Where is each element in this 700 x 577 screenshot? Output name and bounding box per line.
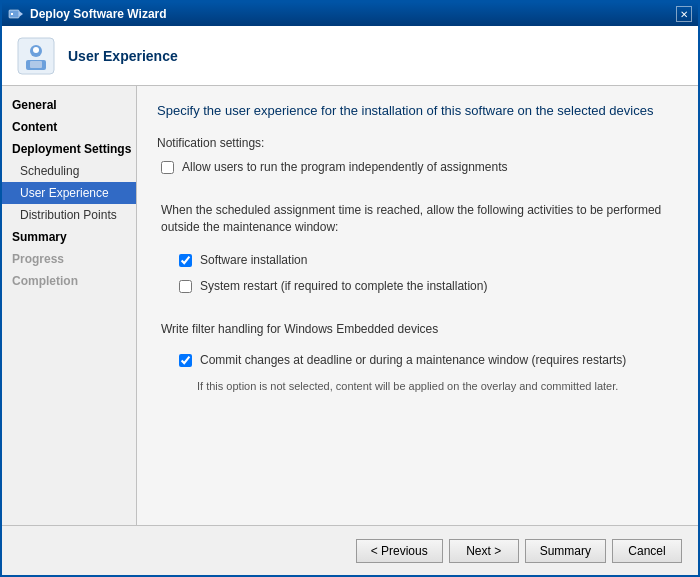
svg-rect-7 xyxy=(30,61,42,68)
checkbox3-input[interactable] xyxy=(179,280,192,293)
window-title: Deploy Software Wizard xyxy=(30,7,167,21)
schedule-info: When the scheduled assignment time is re… xyxy=(157,202,678,236)
note-text: If this option is not selected, content … xyxy=(157,379,678,394)
svg-rect-0 xyxy=(9,10,19,18)
checkbox1-row: Allow users to run the program independe… xyxy=(157,160,678,176)
sidebar-item-distribution-points[interactable]: Distribution Points xyxy=(2,204,136,226)
sidebar-item-completion: Completion xyxy=(2,270,136,292)
title-bar-left: Deploy Software Wizard xyxy=(8,6,167,22)
sidebar-item-user-experience[interactable]: User Experience xyxy=(2,182,136,204)
checkbox2-row: Software installation xyxy=(157,253,678,269)
checkbox1-input[interactable] xyxy=(161,161,174,174)
svg-marker-1 xyxy=(19,11,23,17)
svg-point-6 xyxy=(33,47,39,53)
summary-button[interactable]: Summary xyxy=(525,539,606,563)
checkbox4-row: Commit changes at deadline or during a m… xyxy=(157,353,678,369)
close-button[interactable]: ✕ xyxy=(676,6,692,22)
sidebar-item-general[interactable]: General xyxy=(2,94,136,116)
notification-label: Notification settings: xyxy=(157,136,678,150)
write-filter-label: Write filter handling for Windows Embedd… xyxy=(157,321,678,338)
main-panel: Specify the user experience for the inst… xyxy=(137,86,698,525)
header-icon xyxy=(16,36,56,76)
wizard-header: User Experience xyxy=(2,26,698,86)
cancel-button[interactable]: Cancel xyxy=(612,539,682,563)
checkbox3-row: System restart (if required to complete … xyxy=(157,279,678,295)
previous-button[interactable]: < Previous xyxy=(356,539,443,563)
wizard-window: Deploy Software Wizard ✕ User Experience… xyxy=(0,0,700,577)
sidebar-item-content[interactable]: Content xyxy=(2,116,136,138)
sidebar-item-deployment-settings[interactable]: Deployment Settings xyxy=(2,138,136,160)
svg-rect-2 xyxy=(11,13,13,15)
checkbox2-label[interactable]: Software installation xyxy=(200,253,307,269)
deploy-icon xyxy=(8,6,24,22)
sidebar-item-progress: Progress xyxy=(2,248,136,270)
title-bar: Deploy Software Wizard ✕ xyxy=(2,2,698,26)
checkbox2-input[interactable] xyxy=(179,254,192,267)
next-button[interactable]: Next > xyxy=(449,539,519,563)
checkbox4-input[interactable] xyxy=(179,354,192,367)
section-title: Specify the user experience for the inst… xyxy=(157,102,678,120)
content-area: General Content Deployment Settings Sche… xyxy=(2,86,698,525)
sidebar-item-scheduling[interactable]: Scheduling xyxy=(2,160,136,182)
wizard-footer: < Previous Next > Summary Cancel xyxy=(2,525,698,575)
wizard-header-title: User Experience xyxy=(68,48,178,64)
checkbox4-label[interactable]: Commit changes at deadline or during a m… xyxy=(200,353,626,369)
checkbox3-label[interactable]: System restart (if required to complete … xyxy=(200,279,487,295)
sidebar: General Content Deployment Settings Sche… xyxy=(2,86,137,525)
checkbox1-label[interactable]: Allow users to run the program independe… xyxy=(182,160,508,176)
sidebar-item-summary[interactable]: Summary xyxy=(2,226,136,248)
